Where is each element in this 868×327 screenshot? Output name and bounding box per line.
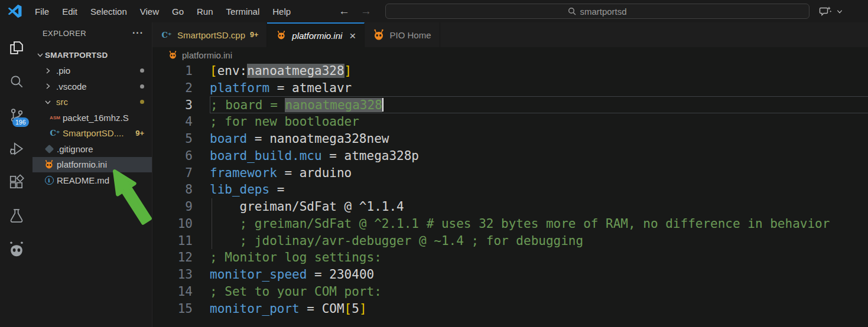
line-number: 1 <box>152 63 193 80</box>
code-editor[interactable]: 1[env:nanoatmega328]2platform = atmelavr… <box>152 63 868 327</box>
line-content[interactable]: ; for new bootloader <box>210 113 868 130</box>
line-content[interactable]: greiman/SdFat @ ^1.1.4 <box>210 198 868 215</box>
line-content[interactable]: ; Set to your COM port: <box>210 283 868 300</box>
line-content[interactable]: ; board = nanoatmega328 <box>210 96 868 114</box>
code-line[interactable]: 5board = nanoatmega328new <box>152 130 868 148</box>
sidebar-item--gitignore[interactable]: .gitignore <box>32 141 152 157</box>
item-label: SMARTPORTSD <box>45 51 108 60</box>
platformio-file-icon <box>275 31 287 40</box>
dot-icon <box>140 68 144 73</box>
breadcrumb-file: platformio.ini <box>182 50 232 60</box>
copilot-button[interactable] <box>819 5 844 18</box>
line-number: 13 <box>152 266 193 283</box>
platformio-file-icon <box>168 51 177 60</box>
line-content[interactable]: monitor_port = COM[5] <box>210 300 868 318</box>
line-content[interactable]: ; Monitor log settings: <box>210 249 868 266</box>
activity-run-debug[interactable] <box>2 132 31 165</box>
code-token: = atmelavr <box>269 81 352 95</box>
menu-file[interactable]: File <box>28 4 56 19</box>
sidebar-item-platformio-ini[interactable]: platformio.ini <box>32 157 152 173</box>
back-arrow-icon[interactable]: ← <box>333 5 355 18</box>
tab-label: platformio.ini <box>292 31 342 41</box>
code-token: ; board = <box>210 98 285 112</box>
code-line[interactable]: 11 ; jdolinay/avr-debugger @ ~1.4 ; for … <box>152 233 868 250</box>
code-token: ] <box>359 302 367 316</box>
code-line[interactable]: 1[env:nanoatmega328] <box>152 63 868 80</box>
platformio-file-icon-large <box>373 29 385 41</box>
activity-platformio[interactable] <box>2 233 31 266</box>
menu-terminal[interactable]: Terminal <box>220 4 266 19</box>
code-line[interactable]: 4; for new bootloader <box>152 113 868 130</box>
code-line[interactable]: 3; board = nanoatmega328 <box>152 97 868 114</box>
tab-smartportsd-cpp[interactable]: C⁺SmartportSD.cpp9+ <box>152 22 267 47</box>
sidebar-item-packet-16mhz-s[interactable]: ASMpacket_16mhz.S <box>32 110 152 126</box>
chevron-down-icon <box>35 51 45 58</box>
code-line[interactable]: 15monitor_port = COM[5] <box>152 300 868 318</box>
activity-source-control[interactable]: 196 <box>2 98 31 132</box>
code-token: ; for new bootloader <box>210 115 359 129</box>
code-token: [ <box>344 302 352 316</box>
activity-explorer[interactable] <box>2 31 31 64</box>
tab-label: SmartportSD.cpp <box>177 30 245 40</box>
line-content[interactable]: ; greiman/SdFat @ ^2.1.1 # uses 32 bytes… <box>210 215 868 233</box>
code-line[interactable]: 8lib_deps = <box>152 181 868 198</box>
line-content[interactable]: monitor_speed = 230400 <box>210 266 868 283</box>
vscode-logo-icon <box>7 4 22 19</box>
code-line[interactable]: 6board_build.mcu = atmega328p <box>152 148 868 165</box>
item-label: .vscode <box>56 81 87 91</box>
breadcrumb[interactable]: platformio.ini <box>152 47 868 63</box>
menu-selection[interactable]: Selection <box>84 4 134 19</box>
code-line[interactable]: 7framework = arduino <box>152 165 868 182</box>
menu-go[interactable]: Go <box>165 4 190 19</box>
source-control-badge: 196 <box>12 117 29 127</box>
line-number: 2 <box>152 80 193 97</box>
code-line[interactable]: 10 ; greiman/SdFat @ ^2.1.1 # uses 32 by… <box>152 215 868 233</box>
more-actions-icon[interactable]: ··· <box>132 28 144 38</box>
line-content[interactable]: board_build.mcu = atmega328p <box>210 148 868 165</box>
problems-badge: 9+ <box>135 129 144 138</box>
vscode-window: FileEditSelectionViewGoRunTerminalHelp ←… <box>0 0 868 327</box>
close-icon[interactable]: × <box>349 30 356 41</box>
command-center-search[interactable]: smartportsd <box>385 4 810 19</box>
menu-run[interactable]: Run <box>190 4 220 19</box>
code-line[interactable]: 2platform = atmelavr <box>152 80 868 97</box>
tab-bar: C⁺SmartportSD.cpp9+platformio.ini×PIO Ho… <box>152 22 868 47</box>
activity-extensions[interactable] <box>2 165 31 199</box>
menu-help[interactable]: Help <box>266 4 297 19</box>
code-token: board <box>210 132 247 146</box>
code-token: = 230400 <box>307 267 374 282</box>
code-line[interactable]: 14; Set to your COM port: <box>152 283 868 300</box>
tab-platformio-ini[interactable]: platformio.ini× <box>267 22 365 47</box>
sidebar-item--pio[interactable]: .pio <box>32 63 152 79</box>
line-content[interactable]: framework = arduino <box>210 165 868 182</box>
sidebar-item-smartportsd[interactable]: SMARTPORTSD <box>32 47 152 63</box>
line-content[interactable]: ; jdolinay/avr-debugger @ ~1.4 ; for deb… <box>210 233 868 250</box>
file-tree: SMARTPORTSD.pio.vscodesrcASMpacket_16mhz… <box>32 44 152 188</box>
line-content[interactable]: lib_deps = <box>210 181 868 198</box>
sidebar-item--vscode[interactable]: .vscode <box>32 79 152 94</box>
code-token: greiman/SdFat @ ^1.1.4 <box>210 200 404 214</box>
tab-problems-badge: 9+ <box>250 31 258 39</box>
sidebar-item-readme-md[interactable]: iREADME.md <box>32 172 152 188</box>
menu-edit[interactable]: Edit <box>56 4 84 19</box>
line-content[interactable]: [env:nanoatmega328] <box>210 63 868 80</box>
code-token: = COM <box>300 302 344 316</box>
code-line[interactable]: 12; Monitor log settings: <box>152 249 868 266</box>
code-line[interactable]: 13monitor_speed = 230400 <box>152 266 868 283</box>
line-content[interactable]: platform = atmelavr <box>210 80 868 97</box>
menu-view[interactable]: View <box>134 4 165 19</box>
activity-testing[interactable] <box>2 199 31 233</box>
code-line[interactable]: 9 greiman/SdFat @ ^1.1.4 <box>152 198 868 215</box>
info-file-icon: i <box>43 176 55 185</box>
code-token: monitor_port <box>210 302 300 316</box>
sidebar-item-src[interactable]: src <box>32 94 152 110</box>
sidebar-item-smartportsd-[interactable]: C⁺SmartportSD....9+ <box>32 126 152 142</box>
line-number: 3 <box>152 97 193 114</box>
problems-badge-text: 9+ <box>135 129 144 138</box>
tab-pio-home[interactable]: PIO Home <box>365 22 440 47</box>
line-content[interactable]: board = nanoatmega328new <box>210 130 868 148</box>
activity-search[interactable] <box>2 64 31 98</box>
search-icon <box>568 7 576 15</box>
code-token: ] <box>344 64 352 78</box>
line-number: 11 <box>152 233 193 250</box>
